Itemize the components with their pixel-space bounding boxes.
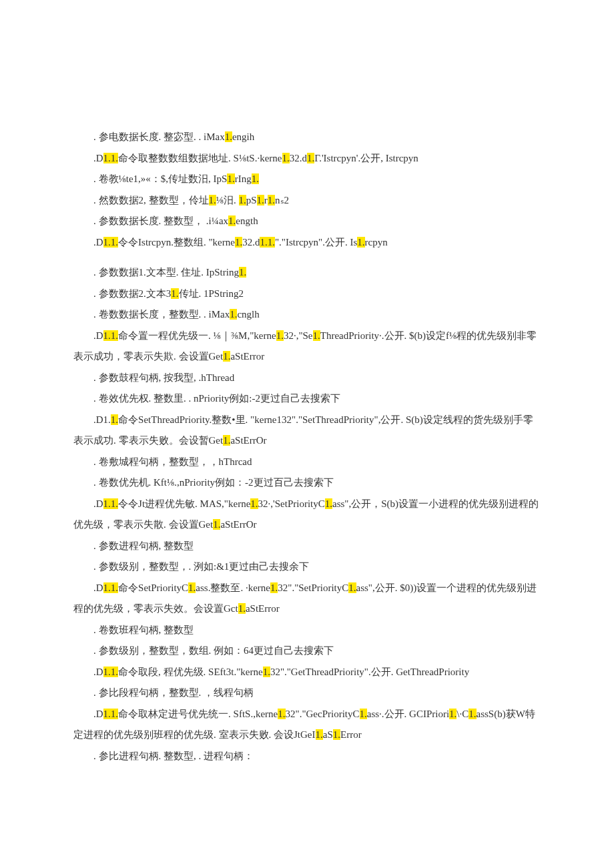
text-line: .D1.1.命令置一程优先级一. ⅛｜⅜M,"kerne1.32∙,"Se1.T… (73, 326, 541, 347)
highlight-span: 1. (239, 267, 246, 278)
text-line: . 参数数据长度. 整数型， .i¼ax1.ength (73, 211, 541, 232)
highlight-span: 1. (263, 667, 270, 677)
text-span: rcpyn (365, 237, 388, 248)
text-span: .D (93, 667, 103, 677)
highlight-span: 1.1. (103, 582, 119, 593)
highlight-span: 1. (278, 709, 285, 719)
text-span: 命令SetPriorityC (118, 582, 188, 593)
text-span: 32.d (290, 153, 307, 163)
text-line: . 参电数据长度. 整宓型. . iMax1.engih (73, 127, 541, 148)
highlight-span: 1.1. (103, 330, 119, 341)
text-span: 命令取林定进号优先统一. SftS.,kerne (118, 709, 278, 719)
text-span: . 卷敷城程句柄，整数型，，hThrcad (93, 456, 252, 467)
text-line: 表示成功，零表示失欺. 会设置Get1.aStError (73, 346, 541, 368)
text-line: . 参比段程句柄，整数型. ，线程句柄 (73, 683, 541, 704)
text-span: . 卷教⅛te1,»«：$,传址数汨, IpS (93, 173, 227, 184)
text-span: cnglh (237, 309, 259, 320)
text-span: .D (93, 498, 103, 509)
highlight-span: 1. (225, 131, 232, 142)
text-span: 令令Jt进程优先敏. MAS,"kerne (118, 498, 250, 509)
highlight-span: 1. (348, 582, 356, 593)
highlight-span: 1. (228, 215, 236, 226)
highlight-span: 1. (239, 195, 246, 205)
text-span: rIng (235, 173, 252, 184)
highlight-span: 1. (223, 435, 230, 446)
text-span: "."Istrcpyn".公开. Is (275, 237, 357, 248)
highlight-span: 1. (449, 709, 456, 719)
text-line: .D1.1.命令SetThreadPriority.整数•里. "kerne13… (73, 410, 541, 431)
text-span: aStError (230, 351, 264, 362)
text-span: . 参数数据1.文本型. 住址. IpString (93, 267, 239, 278)
text-span: 定进程的优先级别班程的优先级. 室表示失败. 会设JtGeI (73, 729, 316, 740)
text-span: assS(b)获W特 (477, 709, 535, 719)
section-b: . 参数数据1.文本型. 住址. IpString1.. 参数数据2.文本31.… (73, 262, 541, 767)
highlight-span: 1. (209, 195, 216, 205)
highlight-span: 1. (316, 729, 323, 740)
text-line: 表示成功. 零表示失败。会设暂Get1.aStErrOr (73, 430, 541, 452)
text-line: . 参数数据2.文本31.传址. 1PString2 (73, 284, 541, 305)
text-span: ThreadPriority∙.公开. $(b)设定f⅛程的优先级别非零 (320, 330, 537, 341)
text-line: 程的优先级，零表示失效。会设置Gct1.aStError (73, 598, 541, 620)
highlight-span: 1. (230, 309, 237, 320)
text-span: . 参数进程句柄, 整数型 (93, 540, 194, 551)
text-span: . 参比进程句柄. 整数型, . 进程句柄： (93, 751, 254, 761)
text-span: 表示成功，零表示失欺. 会设置Get (73, 351, 223, 362)
text-span: 令令Istrcpyn.整数组. "kerne (118, 237, 235, 248)
highlight-span: 1. (357, 237, 364, 248)
text-line: . 参数级别，整数型，数组. 例如：64更过自己去搜索下 (73, 640, 541, 662)
document-page: . 参电数据长度. 整宓型. . iMax1.engih.D1.1.命令取整数数… (0, 0, 614, 807)
highlight-span: 1. (469, 709, 476, 719)
text-span: . 参比段程句柄，整数型. ，线程句柄 (93, 687, 254, 698)
text-line: . 卷教⅛te1,»«：$,传址数汨, IpS1.rIng1. (73, 169, 541, 190)
highlight-span: 1. (213, 519, 220, 530)
text-line: .D1.1.令令Istrcpyn.整数组. "kerne1.32.d1.1.".… (73, 232, 541, 254)
text-span: pS (246, 195, 257, 205)
text-line: .D1.1.命令取段, 程优先级. SEft3t."kerne1.32"."Ge… (73, 662, 541, 683)
highlight-span: 1. (360, 709, 367, 719)
text-span: . 参数数据长度. 整数型， .i¼ax (93, 215, 228, 226)
text-line: . 卷数班程句柄, 整数型 (73, 620, 541, 641)
text-span: aStErrOr (230, 435, 266, 446)
text-span: Γ.'Istrcpyn'.公开, Istrcpyn (314, 153, 418, 163)
highlight-span: 1. (227, 173, 234, 184)
text-span: 程的优先级，零表示失效。会设置Gct (73, 603, 238, 614)
highlight-span: 1. (307, 153, 314, 163)
text-span: \∙C (456, 709, 469, 719)
text-span: .D (93, 709, 103, 719)
text-span: 32"."GecPriorityC (286, 709, 360, 719)
highlight-span: 1. (325, 498, 332, 509)
highlight-span: 1. (171, 288, 178, 299)
text-span: . 参数级别，整数型，. 洌如:&1更过由己去搜余下 (93, 561, 309, 572)
highlight-span: 1.1. (103, 498, 119, 509)
text-line: .D1.1.命令SetPriorityC1.ass.整数至. ∙kerne1.3… (73, 578, 541, 599)
highlight-span: 1.1. (103, 153, 119, 163)
text-span: ass",公开，S(b)设置一小进程的优先级别进程的 (332, 498, 539, 509)
text-span: ength (236, 215, 258, 226)
text-span: 32∙,"Se (284, 330, 313, 341)
highlight-span: 1. (313, 330, 320, 341)
text-span: . 卷效优先权. 整数里. . nPriority例如:-2更过自己去搜索下 (93, 393, 340, 404)
text-line: . 参比进程句柄. 整数型, . 进程句柄： (73, 746, 541, 767)
text-span: nₛ2 (275, 195, 289, 205)
text-span: aStError (246, 603, 280, 614)
text-span: 优先级，零表示失散. 会设置Get (73, 519, 213, 530)
text-span: 传址. 1PString2 (179, 288, 244, 299)
text-span: . 卷数班程句柄, 整数型 (93, 624, 194, 635)
text-span: ass",公开. $0))设置一个进程的优先级别进 (356, 582, 537, 593)
text-line: . 卷敷城程句柄，整数型，，hThrcad (73, 452, 541, 473)
text-span: Error (340, 729, 362, 740)
text-line: . 卷效优先权. 整数里. . nPriority例如:-2更过自己去搜索下 (73, 388, 541, 410)
text-span: 32∙,'SetPriorityC (258, 498, 325, 509)
highlight-span: 1. (235, 237, 242, 248)
text-span: ass∙.公开. GCIPriori (367, 709, 449, 719)
section-gap (73, 253, 541, 262)
text-line: . 参数进程句柄, 整数型 (73, 536, 541, 557)
highlight-span: 1. (276, 330, 284, 341)
text-span: . 卷数优先机. Kft⅛.,nPriority例如：-2更过百己去搜索下 (93, 477, 334, 488)
text-line: 定进程的优先级别班程的优先级. 室表示失败. 会设JtGeI1.aS1.Erro… (73, 725, 541, 746)
text-span: 32"."SetPriorityC (278, 582, 348, 593)
highlight-span: 1. (111, 414, 118, 425)
text-span: .D (93, 582, 103, 593)
text-line: .D1.1.命令取整数数组数据地址. S⅛tS.∙kerne1.32.d1.Γ.… (73, 148, 541, 169)
highlight-span: 1.1. (103, 667, 119, 677)
